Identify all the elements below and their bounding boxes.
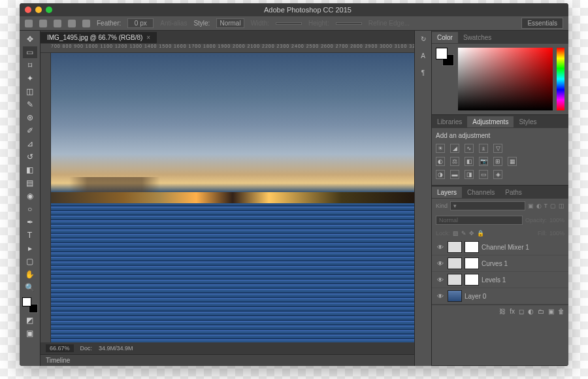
close-window-icon[interactable] [25, 7, 31, 13]
shape-tool[interactable]: ▢ [23, 255, 37, 267]
threshold-icon[interactable]: ◨ [465, 170, 474, 179]
lock-position-icon[interactable]: ✥ [469, 230, 474, 237]
hue-saturation-icon[interactable]: ◐ [436, 157, 445, 166]
quick-mask-icon[interactable]: ◩ [23, 314, 37, 326]
color-lookup-icon[interactable]: ▦ [508, 157, 517, 166]
tab-adjustments[interactable]: Adjustments [467, 116, 514, 127]
eraser-tool[interactable]: ◧ [23, 164, 37, 176]
marquee-tool[interactable]: ▭ [23, 46, 37, 58]
layer-row[interactable]: 👁 Channel Mixer 1 [432, 239, 568, 255]
antialias-checkbox[interactable]: Anti-alias [160, 20, 187, 27]
channel-mixer-icon[interactable]: ⊞ [493, 157, 502, 166]
minimize-window-icon[interactable] [35, 7, 42, 13]
tab-libraries[interactable]: Libraries [432, 116, 467, 127]
type-tool[interactable]: T [23, 229, 37, 241]
pen-tool[interactable]: ✒ [23, 216, 37, 228]
clone-stamp-tool[interactable]: ⊿ [23, 138, 37, 150]
layer-thumbnail[interactable] [448, 290, 462, 302]
lock-transparency-icon[interactable]: ▨ [453, 230, 459, 237]
exposure-icon[interactable]: ± [479, 144, 488, 153]
blur-tool[interactable]: ◉ [23, 190, 37, 202]
layer-mask-icon[interactable]: ◻ [519, 308, 524, 315]
new-layer-icon[interactable]: ▣ [548, 308, 554, 315]
history-panel-icon[interactable]: ↻ [418, 33, 429, 44]
workspace-switcher[interactable]: Essentials [521, 18, 563, 29]
healing-brush-tool[interactable]: ⊛ [23, 112, 37, 124]
tab-color[interactable]: Color [432, 32, 458, 43]
zoom-window-icon[interactable] [46, 7, 52, 13]
posterize-icon[interactable]: ▬ [450, 170, 459, 179]
selection-new-icon[interactable] [39, 20, 47, 27]
layer-style-icon[interactable]: fx [510, 308, 515, 315]
delete-layer-icon[interactable]: 🗑 [558, 308, 564, 315]
color-field[interactable] [458, 48, 553, 110]
brightness-contrast-icon[interactable]: ☀ [436, 144, 445, 153]
visibility-icon[interactable]: 👁 [436, 293, 445, 300]
levels-icon[interactable]: ◢ [450, 144, 459, 153]
layer-row[interactable]: 👁 Layer 0 [432, 288, 568, 305]
invert-icon[interactable]: ◑ [436, 170, 445, 179]
style-select[interactable]: Normal [216, 18, 244, 28]
layer-mask-thumbnail[interactable] [465, 257, 479, 269]
move-tool[interactable]: ✥ [23, 33, 37, 45]
layer-mask-thumbnail[interactable] [465, 241, 479, 253]
timeline-panel[interactable]: Timeline [41, 354, 414, 366]
vibrance-icon[interactable]: ▽ [493, 144, 502, 153]
tab-channels[interactable]: Channels [462, 187, 500, 198]
layer-row[interactable]: 👁 Levels 1 [432, 272, 568, 288]
brush-tool[interactable]: ✐ [23, 125, 37, 137]
dodge-tool[interactable]: ○ [23, 203, 37, 215]
hand-tool[interactable]: ✋ [23, 269, 37, 280]
path-selection-tool[interactable]: ▸ [23, 242, 37, 254]
visibility-icon[interactable]: 👁 [436, 260, 445, 267]
layer-name[interactable]: Curves 1 [482, 260, 508, 267]
layer-row[interactable]: 👁 Curves 1 [432, 255, 568, 272]
color-swatches[interactable] [22, 297, 38, 313]
layer-thumbnail[interactable] [448, 241, 462, 253]
fill-value[interactable]: 100% [549, 230, 564, 237]
lock-pixels-icon[interactable]: ✎ [461, 230, 466, 237]
selection-intersect-icon[interactable] [82, 20, 90, 27]
layer-name[interactable]: Layer 0 [465, 293, 486, 300]
filter-type-icon[interactable]: T [544, 203, 548, 209]
tab-styles[interactable]: Styles [514, 116, 542, 127]
paragraph-panel-icon[interactable]: ¶ [418, 67, 429, 78]
selection-add-icon[interactable] [54, 20, 61, 27]
character-panel-icon[interactable]: A [418, 50, 429, 61]
filter-shape-icon[interactable]: ▢ [550, 203, 556, 209]
layer-filter-kind[interactable]: Kind [436, 203, 448, 209]
new-adjustment-icon[interactable]: ◐ [528, 308, 534, 315]
lock-all-icon[interactable]: 🔒 [477, 230, 484, 237]
photo-filter-icon[interactable]: 📷 [479, 157, 488, 166]
filter-adjustment-icon[interactable]: ◐ [536, 203, 542, 209]
tab-swatches[interactable]: Swatches [458, 32, 497, 43]
zoom-tool[interactable]: 🔍 [23, 282, 37, 293]
zoom-level[interactable]: 66.67% [46, 344, 74, 352]
screen-mode-icon[interactable]: ▣ [23, 327, 37, 339]
layer-filter-select[interactable]: ▾ [450, 201, 525, 210]
layer-name[interactable]: Channel Mixer 1 [482, 244, 529, 251]
crop-tool[interactable]: ◫ [23, 86, 37, 97]
layer-name[interactable]: Levels 1 [482, 276, 506, 284]
hue-slider[interactable] [557, 48, 564, 110]
foreground-background-swatch[interactable] [436, 48, 454, 66]
gradient-tool[interactable]: ▤ [23, 177, 37, 189]
blend-mode-select[interactable]: Normal [436, 216, 523, 225]
gradient-map-icon[interactable]: ▭ [479, 170, 488, 179]
color-balance-icon[interactable]: ⚖ [450, 157, 459, 166]
black-white-icon[interactable]: ◧ [465, 157, 474, 166]
filter-pixel-icon[interactable]: ▣ [528, 203, 534, 209]
visibility-icon[interactable]: 👁 [436, 244, 445, 251]
visibility-icon[interactable]: 👁 [436, 276, 445, 284]
curves-icon[interactable]: ∿ [465, 144, 474, 153]
feather-input[interactable]: 0 px [127, 18, 154, 28]
layer-mask-thumbnail[interactable] [465, 274, 479, 286]
close-tab-icon[interactable]: × [146, 34, 150, 41]
canvas[interactable] [51, 53, 414, 342]
document-tab[interactable]: IMG_1495.jpg @ 66.7% (RGB/8) × [41, 32, 157, 43]
tool-preset-icon[interactable] [25, 20, 33, 27]
selection-subtract-icon[interactable] [68, 20, 76, 27]
refine-edge-button[interactable]: Refine Edge... [368, 20, 410, 27]
new-group-icon[interactable]: 🗀 [538, 308, 544, 315]
link-layers-icon[interactable]: ⛓ [499, 308, 506, 315]
